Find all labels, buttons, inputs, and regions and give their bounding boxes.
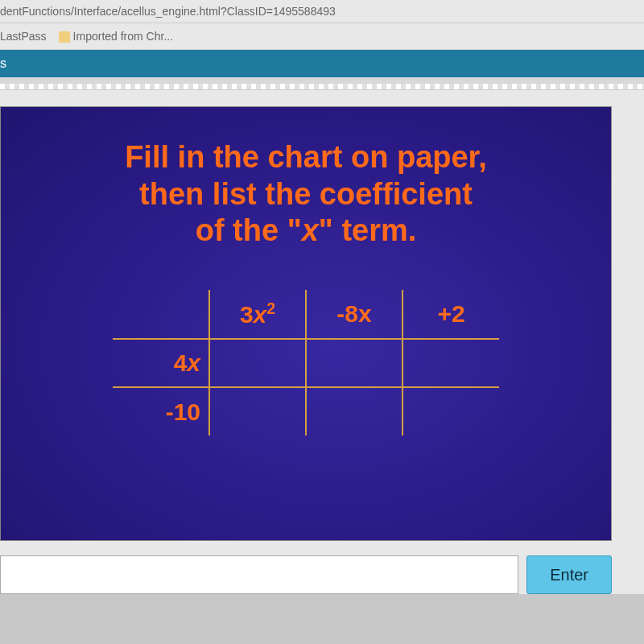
col-header-1: 3x2 (209, 290, 306, 339)
instruction-line-1: Fill in the chart on paper, (25, 139, 587, 176)
cell-r1c3 (402, 339, 499, 387)
row-header-1: 4x (113, 339, 209, 387)
col-header-2: -8x (306, 290, 402, 339)
instr3-var: x (302, 213, 319, 247)
folder-icon (59, 31, 70, 43)
cell-r2c2 (306, 387, 402, 436)
tearoff-edge (0, 84, 644, 90)
multiplication-chart: 3x2 -8x +2 4x -10 (113, 290, 499, 436)
answer-row: Enter (0, 555, 612, 594)
cell-r2c1 (209, 387, 306, 436)
cell-r1c1 (209, 339, 306, 387)
app-header: s (0, 50, 644, 77)
header-tab-label: s (0, 56, 6, 70)
bookmark-imported-label: Imported from Chr... (73, 30, 173, 43)
row-header-2: -10 (113, 387, 209, 436)
chart-container: 3x2 -8x +2 4x -10 (25, 290, 587, 436)
cell-r1c2 (306, 339, 402, 387)
content-frame: Fill in the chart on paper, then list th… (0, 90, 644, 594)
spacer (0, 77, 644, 84)
instruction-line-3: of the "x" term. (25, 213, 587, 250)
col-header-3: +2 (402, 290, 499, 339)
instruction-text: Fill in the chart on paper, then list th… (25, 139, 587, 250)
instr3-prefix: of the " (196, 213, 302, 247)
chart-corner (113, 290, 209, 339)
instr3-suffix: " term. (319, 213, 417, 247)
answer-input[interactable] (0, 555, 518, 594)
enter-button[interactable]: Enter (526, 555, 612, 594)
bookmark-lastpass[interactable]: LastPass (0, 30, 47, 43)
cell-r2c3 (402, 387, 499, 436)
bookmark-imported[interactable]: Imported from Chr... (59, 30, 173, 43)
lesson-card: Fill in the chart on paper, then list th… (0, 106, 612, 541)
bookmarks-bar: LastPass Imported from Chr... (0, 23, 644, 50)
instruction-line-2: then list the coefficient (25, 176, 587, 213)
url-fragment: dentFunctions/Interface/acellus_engine.h… (0, 0, 644, 23)
